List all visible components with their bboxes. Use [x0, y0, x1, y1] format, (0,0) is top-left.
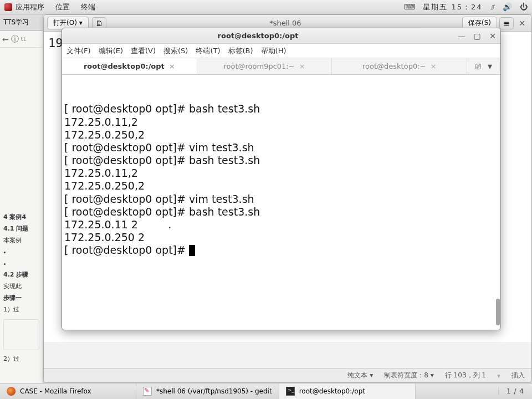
doc-text: 1）过 — [3, 306, 19, 313]
terminal-tab[interactable]: root@desktop0:~× — [332, 58, 467, 74]
terminal-line: [ root@desktop0 opt]# bash test3.sh — [64, 206, 498, 218]
scrollbar-thumb[interactable] — [496, 299, 500, 325]
terminal-tabs: root@desktop0:/opt×root@room9pc01:~×root… — [62, 58, 500, 75]
terminal-line: 172.25.0.11,2 — [64, 167, 498, 180]
menu-help[interactable]: 帮助(H) — [261, 46, 287, 56]
terminal-output[interactable]: [ root@desktop0 opt]# bash test3.sh172.2… — [62, 75, 500, 330]
firefox-window: TTS学习 ← ⓘ tt 4 案例4 4.1 问题 本案例 4.2 步骤 实现此… — [0, 14, 43, 383]
tab-close-icon[interactable]: × — [299, 62, 305, 70]
terminal-line: [ root@desktop0 opt]# vim test3.sh — [64, 141, 498, 154]
doc-text: 实现此 — [3, 283, 22, 290]
keyboard-icon[interactable]: ⌨ — [404, 2, 415, 11]
syntax-mode[interactable]: 纯文本 ▾ — [347, 371, 373, 380]
menu-tabs[interactable]: 标签(B) — [228, 46, 253, 56]
menu-file[interactable]: 文件(F) — [66, 46, 91, 56]
terminal-titlebar: root@desktop0:/opt — ▢ ✕ — [62, 28, 500, 44]
taskbar: CASE - Mozilla Firefox *shell 06 (/var/f… — [0, 383, 532, 399]
cursor — [189, 245, 195, 256]
back-icon[interactable]: ← — [2, 35, 9, 44]
terminal-tab[interactable]: root@desktop0:/opt× — [62, 58, 197, 74]
tab-label: root@room9pc01:~ — [223, 62, 294, 70]
terminal-line: [ root@desktop0 opt]# vim test3.sh — [64, 193, 498, 206]
terminal-menubar: 文件(F) 编辑(E) 查看(V) 搜索(S) 终端(T) 标签(B) 帮助(H… — [62, 44, 500, 58]
terminal-line: [ root@desktop0 opt]# bash test3.sh — [64, 103, 498, 115]
tab-label: root@desktop0:/opt — [84, 62, 165, 70]
terminal-line: 172.25.0.250,2 — [64, 129, 498, 141]
task-gedit[interactable]: *shell 06 (/var/ftp/nsd1905) - gedit — [136, 383, 279, 399]
tab-close-icon[interactable]: × — [169, 62, 175, 70]
menu-view[interactable]: 查看(V) — [131, 46, 156, 56]
firefox-tab[interactable]: TTS学习 — [3, 18, 29, 27]
doc-section: 4.2 步骤 — [3, 271, 28, 278]
workspace-indicator[interactable]: 1 / 4 — [498, 387, 532, 395]
task-label: CASE - Mozilla Firefox — [20, 387, 91, 395]
terminal-line: 172.25.0.11,2 — [64, 116, 498, 129]
task-firefox[interactable]: CASE - Mozilla Firefox — [0, 383, 136, 399]
scrollbar[interactable] — [495, 75, 500, 330]
task-terminal[interactable]: root@desktop0:/opt — [279, 383, 416, 399]
menu-search[interactable]: 搜索(S) — [163, 46, 188, 56]
terminal-tab[interactable]: root@room9pc01:~× — [197, 58, 332, 74]
menu-places[interactable]: 位置 — [55, 3, 70, 11]
info-icon[interactable]: ⓘ — [11, 34, 19, 44]
close-icon[interactable]: ✕ — [485, 32, 500, 40]
menu-applications[interactable]: 应用程序 — [16, 3, 44, 11]
tab-label: root@desktop0:~ — [362, 62, 426, 70]
terminal-line: [ root@desktop0 opt]# — [64, 244, 498, 257]
menu-terminal[interactable]: 终端 — [81, 3, 95, 11]
terminal-window: root@desktop0:/opt — ▢ ✕ 文件(F) 编辑(E) 查看(… — [62, 28, 501, 330]
terminal-line: [ root@desktop0 opt]# bash test3.sh — [64, 154, 498, 167]
new-tab-icon[interactable]: ⎚ — [475, 61, 481, 71]
terminal-line: 172.25.0.250 2 — [64, 231, 498, 244]
terminal-line: 172.25.0.250,2 — [64, 180, 498, 192]
doc-section: 4.1 问题 — [3, 225, 28, 232]
clock[interactable]: 星期五 15：24 — [423, 3, 482, 11]
gedit-title: *shell 06 — [109, 19, 462, 27]
terminal-icon — [286, 387, 295, 396]
terminal-title: root@desktop0:/opt — [62, 32, 454, 40]
tab-width[interactable]: 制表符宽度：8 ▾ — [384, 371, 433, 380]
cursor-position: 行 103，列 1 — [445, 371, 486, 380]
chevron-down-icon[interactable]: ▾ — [488, 61, 492, 71]
tab-close-icon[interactable]: × — [430, 62, 436, 70]
gedit-icon — [143, 387, 152, 396]
activities-icon — [4, 3, 12, 11]
top-menu: 应用程序 位置 终端 — [16, 2, 104, 12]
firefox-content: 4 案例4 4.1 问题 本案例 4.2 步骤 实现此 步骤一 1）过 2）过 — [0, 48, 43, 369]
menu-terminal[interactable]: 终端(T) — [196, 46, 220, 56]
doc-text: 步骤一 — [3, 294, 22, 301]
firefox-toolbar: ← ⓘ tt — [0, 31, 43, 48]
top-panel: 应用程序 位置 终端 ⌨ 星期五 15：24 ⎎ 🔊 ⏻ — [0, 0, 532, 14]
doc-text: 2）过 — [3, 355, 19, 362]
gedit-statusbar: 纯文本 ▾ 制表符宽度：8 ▾ 行 103，列 1 ▾ 插入 — [44, 368, 531, 382]
system-tray: ⌨ 星期五 15：24 ⎎ 🔊 ⏻ — [398, 2, 528, 12]
power-icon[interactable]: ⏻ — [520, 2, 528, 11]
url-fragment: tt — [21, 35, 26, 43]
volume-icon[interactable]: 🔊 — [503, 2, 512, 11]
insert-mode: 插入 — [511, 371, 525, 380]
doc-section: 4 案例4 — [3, 213, 26, 221]
doc-text: 本案例 — [3, 237, 22, 244]
task-label: *shell 06 (/var/ftp/nsd1905) - gedit — [156, 387, 272, 395]
terminal-line: 172.25.0.11 2 . — [64, 218, 498, 231]
hamburger-icon[interactable]: ≡ — [499, 17, 514, 29]
firefox-icon — [7, 387, 16, 396]
network-icon[interactable]: ⎎ — [490, 2, 495, 11]
menu-edit[interactable]: 编辑(E) — [99, 46, 123, 56]
maximize-icon[interactable]: ▢ — [469, 32, 485, 40]
task-label: root@desktop0:/opt — [299, 387, 365, 395]
firefox-tabbar: TTS学习 — [0, 14, 43, 31]
minimize-icon[interactable]: — — [454, 32, 469, 40]
close-icon[interactable]: ✕ — [516, 17, 528, 29]
